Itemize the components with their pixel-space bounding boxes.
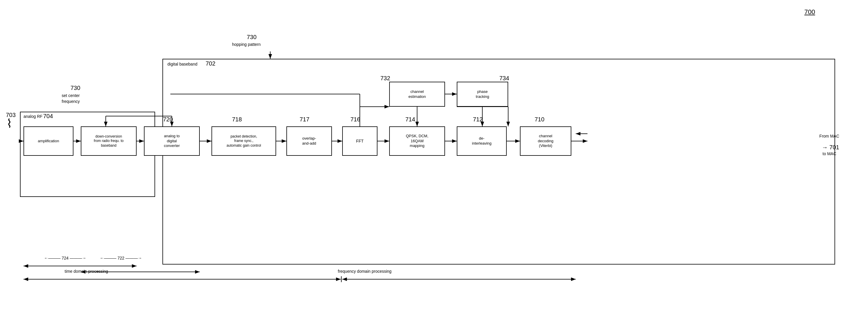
figure-number: 700 [804, 8, 815, 16]
digital-baseband-text: digital baseband [167, 62, 197, 66]
analog-digital-box: analog todigitalconverter [144, 126, 200, 156]
num-710: 710 [535, 116, 544, 123]
set-center-number: 730 [70, 85, 80, 91]
down-conversion-box: down-conversionfrom radio frequ. tobaseb… [81, 126, 136, 156]
amplification-box: amplification [24, 126, 73, 156]
phase-tracking-box: phasetracking [457, 82, 508, 107]
packet-detection-box: packet detection,frame sync.,automatic g… [212, 126, 276, 156]
overlap-add-box: overlap-and-add [286, 126, 332, 156]
num-732: 732 [380, 75, 390, 82]
hopping-pattern-text: hopping pattern [232, 42, 260, 47]
num-717: 717 [300, 116, 309, 123]
hopping-pattern-number: 730 [247, 34, 256, 40]
antenna-icon: ⌇ [6, 118, 12, 129]
fft-box: FFT [342, 126, 377, 156]
de-interleaving-box: de-interleaving [457, 126, 507, 156]
num-718: 718 [232, 116, 242, 123]
diagram: 700 730 hopping pattern 730 set centerfr… [0, 0, 868, 333]
channel-estimation-box: channelestimation [389, 82, 445, 107]
num-712: 712 [473, 116, 483, 123]
num-724: ←——— 724 ———→ [44, 256, 86, 261]
to-mac-text: to MAC [823, 151, 836, 156]
num-720: 720 [163, 116, 173, 123]
analog-rf-text: analog RF [24, 114, 42, 119]
num-722: ←——— 722 ———→ [100, 256, 142, 261]
freq-domain-text: frequency domain processing [338, 269, 392, 274]
node-701: → 701 [822, 144, 839, 151]
set-center-text: set centerfrequency [62, 93, 80, 104]
num-714: 714 [405, 116, 415, 123]
qpsk-box: QPSK, DCM,16QAMmapping [389, 126, 445, 156]
analog-rf-number: 704 [43, 113, 53, 120]
from-mac-text: From MAC [819, 134, 839, 139]
num-716: 716 [350, 116, 360, 123]
digital-baseband-number: 702 [206, 60, 215, 67]
num-734: 734 [499, 75, 509, 82]
channel-decoding-box: channeldecoding(Viterbi) [520, 126, 571, 156]
time-domain-text: time domain processing [65, 269, 108, 274]
